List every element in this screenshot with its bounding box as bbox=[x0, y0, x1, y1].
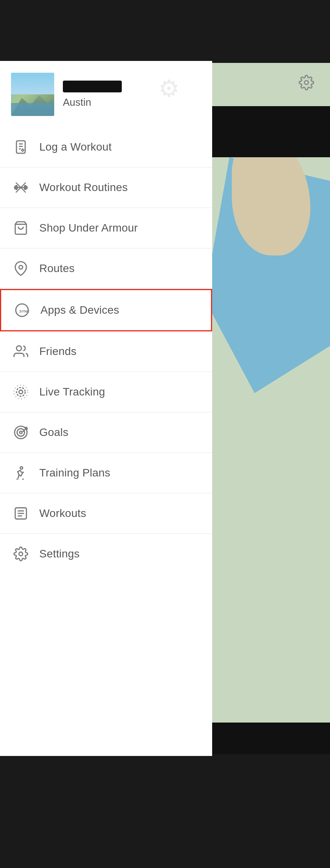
sidebar-item-workouts[interactable]: Workouts bbox=[0, 493, 212, 534]
sidebar-drawer: Austin ⚙ Log a Workout bbox=[0, 61, 212, 756]
svg-rect-1 bbox=[16, 141, 25, 153]
sidebar-item-workout-routines[interactable]: Workout Routines bbox=[0, 167, 212, 208]
profile-name-redacted bbox=[63, 81, 122, 92]
bottom-bar bbox=[0, 754, 330, 868]
gear-icon[interactable] bbox=[295, 71, 318, 94]
sidebar-item-label: Shop Under Armour bbox=[39, 222, 138, 234]
sidebar-item-label: Training Plans bbox=[39, 467, 110, 479]
profile-username: Austin bbox=[63, 96, 122, 108]
sidebar-item-goals[interactable]: Goals bbox=[0, 412, 212, 453]
sidebar-item-shop[interactable]: Shop Under Armour bbox=[0, 208, 212, 248]
svg-point-18 bbox=[16, 388, 25, 396]
profile-watermark: ⚙ bbox=[134, 69, 204, 108]
black-overlay-2 bbox=[204, 723, 330, 754]
sync-icon: SYNC bbox=[12, 300, 32, 320]
sidebar-item-label: Workout Routines bbox=[39, 181, 128, 194]
sidebar-item-routes[interactable]: Routes bbox=[0, 248, 212, 289]
live-tracking-icon bbox=[11, 382, 31, 402]
sidebar-item-live-tracking[interactable]: Live Tracking bbox=[0, 372, 212, 412]
gear-settings-icon bbox=[11, 544, 31, 564]
svg-rect-8 bbox=[16, 186, 17, 189]
svg-point-21 bbox=[17, 429, 25, 436]
black-overlay-1 bbox=[204, 106, 330, 157]
sidebar-item-label: Live Tracking bbox=[39, 386, 105, 398]
location-pin-icon bbox=[11, 259, 31, 278]
svg-rect-9 bbox=[25, 186, 26, 189]
sidebar-item-label: Friends bbox=[39, 345, 77, 358]
sidebar-item-label: Apps & Devices bbox=[40, 304, 119, 316]
profile-info: Austin bbox=[63, 81, 122, 108]
svg-text:SYNC: SYNC bbox=[19, 309, 29, 313]
status-bar bbox=[0, 0, 330, 63]
svg-point-17 bbox=[19, 390, 23, 394]
sidebar-item-friends[interactable]: Friends bbox=[0, 331, 212, 372]
svg-point-34 bbox=[19, 552, 23, 556]
menu-list: Log a Workout Workout Routines bbox=[0, 127, 212, 756]
friends-icon bbox=[11, 342, 31, 361]
profile-section[interactable]: Austin ⚙ bbox=[0, 61, 212, 127]
sidebar-item-label: Log a Workout bbox=[39, 141, 112, 153]
svg-point-26 bbox=[20, 467, 22, 469]
sidebar-item-label: Workouts bbox=[39, 507, 86, 520]
dumbbell-icon bbox=[11, 178, 31, 197]
svg-point-16 bbox=[16, 346, 22, 351]
list-icon bbox=[11, 504, 31, 523]
sidebar-item-training-plans[interactable]: Training Plans bbox=[0, 453, 212, 493]
sidebar-item-label: Goals bbox=[39, 426, 68, 439]
svg-point-13 bbox=[19, 265, 23, 269]
cart-icon bbox=[11, 218, 31, 238]
sidebar-item-apps-devices[interactable]: SYNC Apps & Devices bbox=[0, 289, 212, 331]
clipboard-edit-icon bbox=[11, 137, 31, 157]
target-icon bbox=[11, 423, 31, 442]
svg-point-0 bbox=[304, 81, 308, 85]
sidebar-item-log-workout[interactable]: Log a Workout bbox=[0, 127, 212, 167]
sidebar-item-label: Settings bbox=[39, 548, 80, 560]
sidebar-item-label: Routes bbox=[39, 262, 75, 275]
sidebar-item-settings[interactable]: Settings bbox=[0, 534, 212, 574]
running-icon bbox=[11, 463, 31, 483]
svg-point-20 bbox=[15, 426, 27, 439]
svg-point-22 bbox=[20, 431, 22, 434]
avatar bbox=[11, 73, 54, 116]
